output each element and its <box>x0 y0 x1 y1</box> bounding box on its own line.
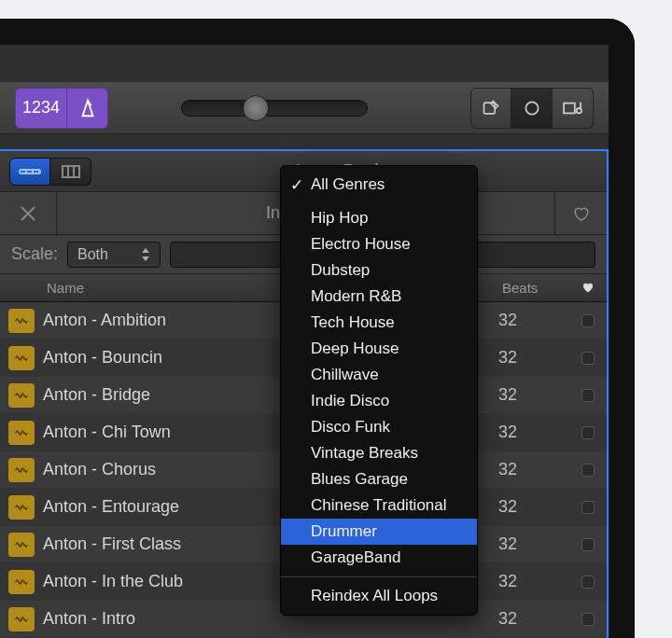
audio-loop-icon <box>8 421 35 445</box>
reindex-menu-item[interactable]: Reindex All Loops <box>281 583 477 609</box>
audio-loop-icon <box>8 533 35 557</box>
genre-menu-item[interactable]: Hip Hop <box>281 205 477 231</box>
genre-menu-item[interactable]: Deep House <box>281 336 477 362</box>
view-mode-button-b[interactable] <box>50 158 91 186</box>
audio-loop-icon <box>8 458 35 482</box>
favorite-checkbox[interactable] <box>581 352 595 365</box>
genre-menu-item[interactable]: Disco Funk <box>281 414 477 440</box>
count-in-group: 1234 <box>15 88 108 129</box>
genre-menu-item[interactable]: All Genres <box>281 172 477 198</box>
slider-thumb[interactable] <box>243 95 269 121</box>
svg-rect-6 <box>27 171 32 173</box>
favorites-filter-button[interactable] <box>554 192 607 234</box>
col-fav-header[interactable] <box>569 280 607 296</box>
editor-button[interactable] <box>470 88 511 129</box>
main-toolbar: 1234 <box>0 82 609 134</box>
count-in-button[interactable]: 1234 <box>15 88 67 129</box>
loop-beats: 32 <box>498 423 569 442</box>
genre-menu-item[interactable]: Chinese Traditional <box>281 492 477 519</box>
heart-icon <box>573 206 590 221</box>
favorite-checkbox[interactable] <box>581 314 595 327</box>
media-browser-button[interactable] <box>553 88 594 129</box>
audio-loop-icon <box>8 495 35 520</box>
button-view-icon <box>19 166 41 177</box>
position-slider[interactable] <box>181 100 368 117</box>
loop-beats: 32 <box>498 609 569 629</box>
favorite-checkbox[interactable] <box>581 501 595 514</box>
svg-rect-7 <box>34 171 38 173</box>
right-button-group <box>470 88 594 129</box>
favorite-checkbox[interactable] <box>581 464 595 477</box>
favorite-checkbox[interactable] <box>581 538 595 551</box>
audio-loop-icon <box>8 607 35 631</box>
favorite-checkbox[interactable] <box>581 426 595 439</box>
loop-browser-button[interactable] <box>511 88 553 129</box>
genre-menu-item[interactable]: Blues Garage <box>281 466 477 492</box>
close-icon <box>20 205 36 222</box>
svg-rect-0 <box>484 103 496 114</box>
genre-menu-item[interactable]: Vintage Breaks <box>281 440 477 466</box>
genre-menu-item[interactable]: GarageBand <box>281 545 477 571</box>
col-beats-header[interactable]: Beats <box>498 280 569 296</box>
genre-menu-item[interactable]: Drummer <box>281 519 477 545</box>
svg-point-1 <box>525 102 538 114</box>
svg-rect-5 <box>21 171 25 173</box>
genre-menu-item[interactable]: Electro House <box>281 231 477 257</box>
loop-beats: 32 <box>498 311 569 330</box>
media-icon <box>563 100 583 117</box>
wood-panel <box>609 151 623 638</box>
genre-dropdown[interactable]: All GenresHip HopElectro HouseDubstepMod… <box>280 165 478 616</box>
loop-beats: 32 <box>498 385 569 405</box>
loop-beats: 32 <box>498 460 569 479</box>
scale-label: Scale: <box>11 244 58 264</box>
audio-loop-icon <box>8 309 35 333</box>
metronome-button[interactable] <box>67 88 108 129</box>
audio-loop-icon <box>8 346 35 370</box>
metronome-icon <box>77 98 98 118</box>
updown-icon <box>141 248 150 261</box>
svg-rect-8 <box>63 166 79 177</box>
svg-rect-2 <box>564 103 575 113</box>
loop-beats: 32 <box>498 497 569 517</box>
genre-menu-item[interactable]: Indie Disco <box>281 388 477 414</box>
pencil-square-icon <box>482 99 500 118</box>
heart-icon <box>581 282 595 293</box>
audio-loop-icon <box>8 383 35 408</box>
genre-menu-item[interactable]: Dubstep <box>281 257 477 284</box>
audio-loop-icon <box>8 570 35 594</box>
view-mode-button-a[interactable] <box>9 158 50 186</box>
favorite-checkbox[interactable] <box>581 613 595 626</box>
loop-beats: 32 <box>498 348 569 368</box>
scale-value: Both <box>77 246 108 263</box>
favorite-checkbox[interactable] <box>581 576 595 589</box>
column-view-icon <box>62 165 80 178</box>
menu-separator <box>281 576 477 577</box>
loop-beats: 32 <box>498 572 569 591</box>
genre-menu-item[interactable]: Chillwave <box>281 362 477 388</box>
close-filter-button[interactable] <box>0 192 56 234</box>
loop-icon <box>523 99 541 118</box>
scale-select[interactable]: Both <box>67 242 161 268</box>
favorite-checkbox[interactable] <box>581 389 595 402</box>
genre-menu-item[interactable]: Tech House <box>281 310 477 336</box>
loop-beats: 32 <box>498 534 569 554</box>
genre-menu-item[interactable]: Modern R&B <box>281 284 477 310</box>
